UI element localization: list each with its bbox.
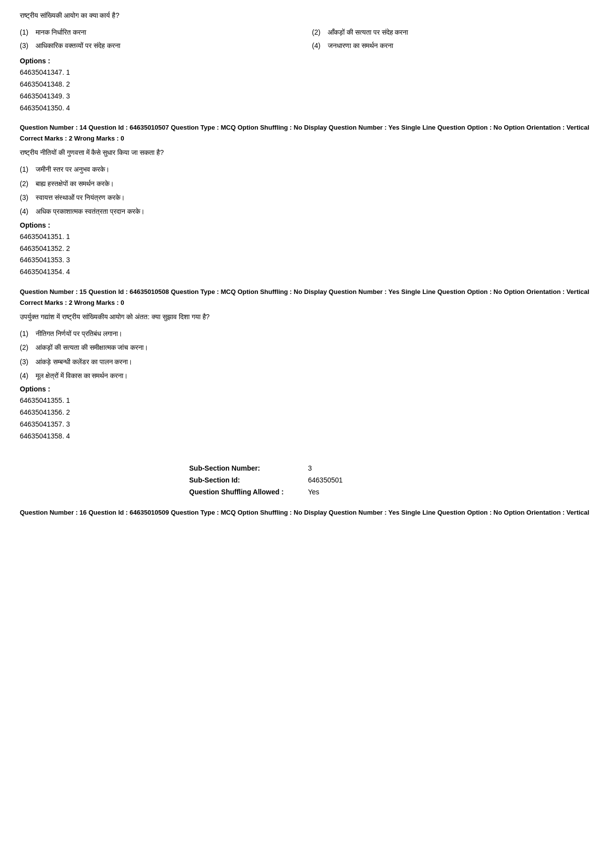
option-15-1-text: नीतिगत निर्णयों पर प्रतिबंध लगाना। xyxy=(36,328,122,339)
option-13-3: (3) आधिकारिक वक्तव्यों पर संदेह करना xyxy=(20,40,302,51)
option-13-1-text: मानक निर्धारित करना xyxy=(36,27,86,38)
option-13-3-num: (3) xyxy=(20,40,32,51)
option-14-1: (1) जमीनी स्तर पर अनुभव करके। xyxy=(20,164,594,175)
option-15-4-text: मूल क्षेत्रों में विकास का समर्थन करना। xyxy=(36,370,128,381)
option-14-4-text: अधिक प्रकाशात्मक स्वतंत्रता प्रदान करके। xyxy=(36,206,145,217)
subsection-shuffling-label: Question Shuffling Allowed : xyxy=(183,486,302,498)
question-16-meta: Question Number : 16 Question Id : 64635… xyxy=(20,508,594,518)
option-code-15-1: 64635041355. 1 xyxy=(20,395,594,407)
options-label-14: Options : xyxy=(20,221,594,229)
option-13-1-num: (1) xyxy=(20,27,32,38)
question-16: Question Number : 16 Question Id : 64635… xyxy=(20,508,594,518)
question-15-options: (1) नीतिगत निर्णयों पर प्रतिबंध लगाना। (… xyxy=(20,328,594,382)
subsection-id-row: Sub-Section Id: 646350501 xyxy=(183,474,431,486)
option-13-4: (4) जनधारणा का समर्थन करना xyxy=(312,40,594,51)
option-14-3: (3) स्वायत्त संस्थाओं पर नियंत्रण करके। xyxy=(20,192,594,203)
option-13-3-text: आधिकारिक वक्तव्यों पर संदेह करना xyxy=(36,40,120,51)
question-15-marks: Correct Marks : 2 Wrong Marks : 0 xyxy=(20,299,594,306)
question-14-options: (1) जमीनी स्तर पर अनुभव करके। (2) बाह्य … xyxy=(20,164,594,217)
option-14-2-num: (2) xyxy=(20,178,32,189)
option-code-13-3: 64635041349. 3 xyxy=(20,91,594,102)
question-15-text: उपर्युक्त गद्यांश में राष्ट्रीय सांख्यिक… xyxy=(20,311,594,322)
option-code-14-4: 64635041354. 4 xyxy=(20,266,594,278)
option-15-4-num: (4) xyxy=(20,370,32,381)
option-15-2-text: आंकड़ों की सत्यता की समीक्षात्मक जांच कर… xyxy=(36,342,148,353)
option-14-3-num: (3) xyxy=(20,192,32,203)
option-15-1: (1) नीतिगत निर्णयों पर प्रतिबंध लगाना। xyxy=(20,328,594,339)
option-code-15-3: 64635041357. 3 xyxy=(20,419,594,431)
question-13-continuation: राष्ट्रीय सांख्यिकी आयोग का क्या कार्य ह… xyxy=(20,10,594,114)
option-15-3-num: (3) xyxy=(20,356,32,367)
options-label-13: Options : xyxy=(20,57,594,65)
subsection-shuffling-value: Yes xyxy=(302,486,431,498)
question-14-text: राष्ट्रीय नीतियों की गुणवत्ता में कैसे स… xyxy=(20,147,594,158)
option-13-4-text: जनधारणा का समर्थन करना xyxy=(328,40,393,51)
option-14-2-text: बाह्य हस्तक्षेपों का समर्थन करके। xyxy=(36,178,114,189)
option-code-15-2: 64635041356. 2 xyxy=(20,407,594,419)
question-14-meta: Question Number : 14 Question Id : 64635… xyxy=(20,123,594,133)
option-14-3-text: स्वायत्त संस्थाओं पर नियंत्रण करके। xyxy=(36,192,125,203)
options-label-15: Options : xyxy=(20,385,594,393)
option-13-2-num: (2) xyxy=(312,27,324,38)
option-15-4: (4) मूल क्षेत्रों में विकास का समर्थन कर… xyxy=(20,370,594,381)
option-code-13-2: 64635041348. 2 xyxy=(20,79,594,91)
option-15-2-num: (2) xyxy=(20,342,32,353)
option-13-1: (1) मानक निर्धारित करना xyxy=(20,27,302,38)
option-code-14-2: 64635041352. 2 xyxy=(20,243,594,255)
option-14-2: (2) बाह्य हस्तक्षेपों का समर्थन करके। xyxy=(20,178,594,189)
question-13-options-grid: (1) मानक निर्धारित करना (2) आँकड़ों की स… xyxy=(20,27,594,51)
option-13-2: (2) आँकड़ों की सत्यता पर संदेह करना xyxy=(312,27,594,38)
question-14: Question Number : 14 Question Id : 64635… xyxy=(20,123,594,278)
question-15-options-list: Options : 64635041355. 1 64635041356. 2 … xyxy=(20,385,594,442)
option-15-1-num: (1) xyxy=(20,328,32,339)
question-14-marks: Correct Marks : 2 Wrong Marks : 0 xyxy=(20,135,594,142)
question-13-text: राष्ट्रीय सांख्यिकी आयोग का क्या कार्य ह… xyxy=(20,10,594,21)
option-14-1-text: जमीनी स्तर पर अनुभव करके। xyxy=(36,164,109,175)
question-14-options-list: Options : 64635041351. 1 64635041352. 2 … xyxy=(20,221,594,278)
option-code-14-1: 64635041351. 1 xyxy=(20,231,594,243)
subsection-number-value: 3 xyxy=(302,462,431,474)
subsection-number-label: Sub-Section Number: xyxy=(183,462,302,474)
option-13-4-num: (4) xyxy=(312,40,324,51)
option-code-14-3: 64635041353. 3 xyxy=(20,254,594,266)
subsection-id-value: 646350501 xyxy=(302,474,431,486)
option-13-2-text: आँकड़ों की सत्यता पर संदेह करना xyxy=(328,27,408,38)
subsection-shuffling-row: Question Shuffling Allowed : Yes xyxy=(183,486,431,498)
question-15: Question Number : 15 Question Id : 64635… xyxy=(20,287,594,442)
option-14-4: (4) अधिक प्रकाशात्मक स्वतंत्रता प्रदान क… xyxy=(20,206,594,217)
subsection-id-label: Sub-Section Id: xyxy=(183,474,302,486)
subsection-info: Sub-Section Number: 3 Sub-Section Id: 64… xyxy=(183,462,431,498)
option-15-3: (3) आंकड़े सम्बन्धी कलेंडर का पालन करना। xyxy=(20,356,594,367)
option-code-13-4: 64635041350. 4 xyxy=(20,102,594,114)
option-14-1-num: (1) xyxy=(20,164,32,175)
option-code-15-4: 64635041358. 4 xyxy=(20,431,594,442)
option-15-2: (2) आंकड़ों की सत्यता की समीक्षात्मक जां… xyxy=(20,342,594,353)
question-13-options-list: Options : 64635041347. 1 64635041348. 2 … xyxy=(20,57,594,114)
option-code-13-1: 64635041347. 1 xyxy=(20,67,594,79)
option-14-4-num: (4) xyxy=(20,206,32,217)
subsection-number-row: Sub-Section Number: 3 xyxy=(183,462,431,474)
option-15-3-text: आंकड़े सम्बन्धी कलेंडर का पालन करना। xyxy=(36,356,132,367)
question-15-meta: Question Number : 15 Question Id : 64635… xyxy=(20,287,594,297)
